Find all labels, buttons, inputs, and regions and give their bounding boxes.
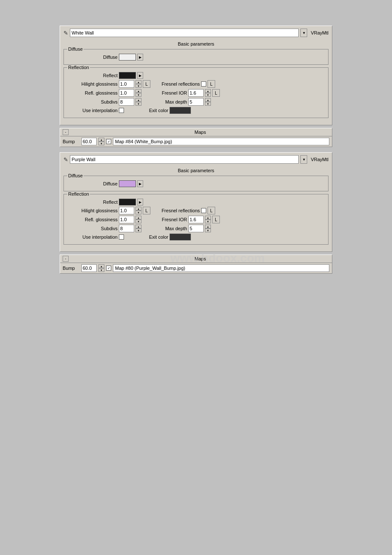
panel2-section-title: Basic parameters bbox=[63, 168, 329, 173]
panel1-name-dropdown[interactable]: White Wall bbox=[70, 29, 299, 37]
panel2-fresnel-ior-down[interactable]: ▼ bbox=[205, 220, 211, 223]
maps1-bump-label: Bump bbox=[63, 139, 80, 144]
panel1-dropdown-arrow[interactable]: ▼ bbox=[300, 29, 307, 37]
panel1-maxdepth-label: Max depth bbox=[157, 99, 187, 104]
panel1-fresnel-ior-l[interactable]: L bbox=[212, 89, 220, 97]
panel2-diffuse-swatch[interactable] bbox=[119, 180, 136, 187]
panel2-reflect-swatch-btn[interactable]: ▶ bbox=[137, 199, 143, 205]
maps2-bump-checkbox[interactable]: ✓ bbox=[106, 266, 111, 271]
panel2-subdivs-input[interactable] bbox=[119, 225, 134, 232]
panel1-maxdepth-down[interactable]: ▼ bbox=[205, 102, 211, 106]
panel2-fresnel-ior-l[interactable]: L bbox=[212, 216, 220, 223]
maps2-bump-up[interactable]: ▲ bbox=[98, 264, 104, 268]
panel1-maxdepth-spinner[interactable]: ▲ ▼ bbox=[205, 98, 211, 106]
maps2-bump-label: Bump bbox=[63, 266, 80, 271]
panel2-useinterp-checkbox[interactable] bbox=[119, 234, 124, 240]
panel1-subdivs-spinner[interactable]: ▲ ▼ bbox=[135, 98, 141, 106]
panel1-useinterp-checkbox[interactable] bbox=[119, 108, 124, 113]
panel2-maxdepth-spinner[interactable]: ▲ ▼ bbox=[205, 225, 211, 232]
maps-panel-2: - Maps Bump ▲ ▼ ✓ Map #80 (Purple_Wall_B… bbox=[60, 254, 332, 274]
maps1-collapse-btn[interactable]: - bbox=[63, 129, 69, 135]
panel2-fresnel-ref-checkbox[interactable] bbox=[201, 208, 206, 213]
panel1-refl-gloss-input[interactable] bbox=[119, 89, 134, 97]
panel2-diffuse-swatch-btn[interactable]: ▶ bbox=[137, 180, 143, 187]
panel1-refl-gloss-down[interactable]: ▼ bbox=[135, 93, 141, 97]
panel2-hilight-down[interactable]: ▼ bbox=[135, 211, 141, 214]
panel2-refl-gloss-down[interactable]: ▼ bbox=[135, 220, 141, 223]
panel2-subdivs-spinner[interactable]: ▲ ▼ bbox=[135, 225, 141, 232]
panel1-refl-gloss-label: Refl. glossiness bbox=[66, 90, 118, 95]
panel1-exitcolor-label: Exit color bbox=[138, 108, 168, 113]
panel1-refl-gloss-up[interactable]: ▲ bbox=[135, 89, 141, 93]
maps2-collapse-btn[interactable]: - bbox=[63, 256, 69, 262]
maps1-bump-spinner[interactable]: ▲ ▼ bbox=[98, 138, 104, 145]
panel2-fresnel-ior-spinner[interactable]: ▲ ▼ bbox=[205, 216, 211, 223]
panel1-fresnel-ior-input[interactable] bbox=[188, 89, 204, 97]
panel1-reflect-swatch[interactable] bbox=[119, 72, 136, 79]
panel2-maxdepth-up[interactable]: ▲ bbox=[205, 225, 211, 228]
panel2-name-dropdown[interactable]: Purple Wall bbox=[70, 155, 299, 164]
maps2-bump-value[interactable] bbox=[81, 264, 97, 272]
panel2-fresnel-ior-up[interactable]: ▲ bbox=[205, 216, 211, 220]
panel1-diffuse-swatch-btn[interactable]: ▶ bbox=[137, 54, 143, 61]
panel1-fresnel-ref-checkbox[interactable] bbox=[201, 81, 206, 87]
panel2-reflection-group: Reflection Reflect ▶ Hilight glossiness … bbox=[63, 194, 329, 245]
panel2-reflect-label: Reflect bbox=[66, 199, 118, 205]
maps1-bump-value[interactable] bbox=[81, 138, 97, 145]
panel1-reflection-group: Reflection Reflect ▶ Hilight glossiness … bbox=[63, 67, 329, 118]
panel1-subdivs-up[interactable]: ▲ bbox=[135, 98, 141, 102]
panel2-reflection-label: Reflection bbox=[67, 191, 90, 197]
panel2-material-type: VRayMtl bbox=[311, 157, 329, 162]
maps1-bump-down[interactable]: ▼ bbox=[98, 142, 104, 145]
panel2-hilight-input[interactable] bbox=[119, 207, 134, 214]
panel1-diffuse-swatch[interactable] bbox=[119, 54, 136, 61]
panel1-maxdepth-up[interactable]: ▲ bbox=[205, 98, 211, 102]
panel1-maxdepth-input[interactable] bbox=[188, 98, 204, 106]
panel1-subdivs-input[interactable] bbox=[119, 98, 134, 106]
maps2-map-name-btn[interactable]: Map #80 (Purple_Wall_Bump.jpg) bbox=[113, 264, 329, 272]
panel1-fresnel-ior-down[interactable]: ▼ bbox=[205, 93, 211, 97]
maps1-map-name-text: Map #84 (White_Bump.jpg) bbox=[115, 139, 172, 144]
panel2-dropdown-arrow[interactable]: ▼ bbox=[300, 155, 307, 164]
panel2-maxdepth-down[interactable]: ▼ bbox=[205, 228, 211, 232]
panel1-fresnel-ref-l[interactable]: L bbox=[208, 80, 215, 88]
panel1-hilight-down[interactable]: ▼ bbox=[135, 84, 141, 88]
maps1-map-name-btn[interactable]: Map #84 (White_Bump.jpg) bbox=[113, 138, 329, 145]
panel1-fresnel-ior-spinner[interactable]: ▲ ▼ bbox=[205, 89, 211, 97]
panel2-header: ✎ Purple Wall ▼ VRayMtl bbox=[63, 155, 329, 165]
panel1-reflect-row: Reflect ▶ bbox=[66, 72, 326, 79]
maps2-bump-row: Bump ▲ ▼ ✓ Map #80 (Purple_Wall_Bump.jpg… bbox=[60, 263, 332, 273]
maps2-bump-spinner[interactable]: ▲ ▼ bbox=[98, 264, 104, 272]
panel2-refl-gloss-input[interactable] bbox=[119, 216, 134, 223]
maps2-header: - Maps bbox=[60, 255, 332, 263]
panel1-fresnel-ior-up[interactable]: ▲ bbox=[205, 89, 211, 93]
panel1-hilight-label: Hilight glossiness bbox=[66, 81, 118, 87]
maps2-map-name-text: Map #80 (Purple_Wall_Bump.jpg) bbox=[115, 266, 185, 271]
panel2-fresnel-ior-input[interactable] bbox=[188, 216, 204, 223]
panel2-refl-gloss-up[interactable]: ▲ bbox=[135, 216, 141, 220]
panel1-reflect-swatch-btn[interactable]: ▶ bbox=[137, 72, 143, 79]
panel1-subdivs-down[interactable]: ▼ bbox=[135, 102, 141, 106]
panel1-hilight-spinner[interactable]: ▲ ▼ bbox=[135, 80, 141, 88]
panel1-refl-gloss-spinner[interactable]: ▲ ▼ bbox=[135, 89, 141, 97]
panel1-hilight-input[interactable] bbox=[119, 80, 134, 88]
panel2-hilight-spinner[interactable]: ▲ ▼ bbox=[135, 207, 141, 214]
panel2-title: Purple Wall bbox=[72, 157, 95, 162]
panel1-hilight-up[interactable]: ▲ bbox=[135, 80, 141, 84]
panel2-refl-gloss-spinner[interactable]: ▲ ▼ bbox=[135, 216, 141, 223]
panel2-exitcolor-swatch[interactable] bbox=[170, 234, 191, 240]
panel2-maxdepth-input[interactable] bbox=[188, 225, 204, 232]
panel2-hilight-up[interactable]: ▲ bbox=[135, 207, 141, 211]
panel1-exitcolor-swatch[interactable] bbox=[170, 107, 191, 114]
panel1-reflection-label: Reflection bbox=[67, 65, 90, 70]
maps2-bump-down[interactable]: ▼ bbox=[98, 268, 104, 272]
wrench-icon-2: ✎ bbox=[63, 156, 68, 163]
panel2-reflect-swatch[interactable] bbox=[119, 199, 136, 205]
maps1-bump-up[interactable]: ▲ bbox=[98, 138, 104, 142]
maps1-bump-checkbox[interactable]: ✓ bbox=[106, 139, 111, 144]
panel2-subdivs-down[interactable]: ▼ bbox=[135, 228, 141, 232]
panel2-fresnel-ref-l[interactable]: L bbox=[208, 207, 215, 214]
panel1-hilight-l[interactable]: L bbox=[143, 80, 150, 88]
panel2-subdivs-up[interactable]: ▲ bbox=[135, 225, 141, 228]
panel2-hilight-l[interactable]: L bbox=[143, 207, 150, 214]
